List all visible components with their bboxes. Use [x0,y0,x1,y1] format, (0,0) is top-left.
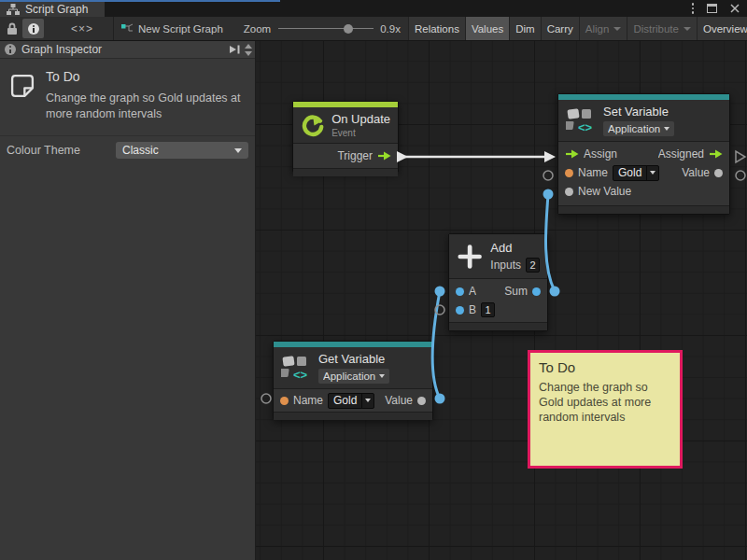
wire-getvariable-value-to-add-a[interactable] [432,291,440,399]
chevron-down-icon [664,127,669,131]
overview-button[interactable]: Overview [698,17,747,41]
variable-icon: <> [566,106,596,134]
port-label-trigger: Trigger [337,149,373,162]
number-port[interactable] [532,287,541,296]
flow-arrow-icon[interactable] [709,149,723,159]
port-getvariable-name-in-open[interactable] [261,394,271,403]
info-icon [28,23,39,35]
node-on-update[interactable]: On Update Event Trigger [292,101,399,173]
object-port[interactable] [417,397,426,405]
graph-canvas[interactable]: On Update Event Trigger [256,41,747,560]
object-port[interactable] [714,169,723,177]
sticky-note-todo[interactable]: To Do Change the graph so Gold updates a… [528,350,683,469]
update-loop-icon [301,113,324,137]
chevron-down-icon [234,148,242,153]
b-value-field[interactable]: 1 [481,302,495,317]
variable-name-dropdown[interactable]: Gold [328,393,374,409]
zoom-value: 0.9x [380,23,401,35]
step-up-icon[interactable] [245,44,252,49]
maximize-icon[interactable] [707,4,717,13]
values-button[interactable]: Values [466,17,510,41]
dim-button[interactable]: Dim [510,17,541,41]
todo-summary: To Do Change the graph so Gold updates a… [0,59,255,126]
number-port[interactable] [456,287,464,296]
sticky-note-text: Change the graph so Gold updates at more… [539,380,671,425]
string-port[interactable] [280,397,289,405]
graph-name-label: New Script Graph [138,23,223,35]
code-view-icon[interactable]: <×> [71,22,93,35]
port-setvariable-newvalue-in[interactable] [543,189,554,200]
variable-name-dropdown[interactable]: Gold [613,165,659,181]
todo-description: Change the graph so Gold updates at more… [46,91,247,122]
port-add-a-in[interactable] [435,287,445,297]
align-button[interactable]: Align [580,17,628,41]
node-resize-strip [449,322,547,330]
node-title: Get Variable [318,352,389,366]
step-down-icon[interactable] [245,51,252,56]
zoom-control: Zoom 0.9x [244,23,401,35]
node-resize-strip [293,168,398,176]
port-add-sum-out[interactable] [550,287,560,297]
graph-breadcrumb[interactable]: New Script Graph [120,22,223,35]
variable-scope-dropdown[interactable]: Application [603,121,674,136]
zoom-slider[interactable] [278,23,374,35]
port-setvariable-value-out-open[interactable] [736,171,745,180]
node-resize-strip [274,412,432,420]
port-label-value: Value [385,394,413,407]
align-label: Align [585,23,610,35]
node-add[interactable]: Add Inputs 2 A Sum [448,233,548,331]
close-icon[interactable] [730,4,740,13]
inputs-count-field[interactable]: 2 [526,258,540,273]
tab-bar: Script Graph [0,0,747,17]
graph-toolbar: <×> New Script Graph Zoom 0.9x Relations… [0,17,747,41]
port-label-name: Name [578,166,608,179]
node-get-variable[interactable]: <> Get Variable Application Name [273,341,433,420]
colour-theme-select[interactable]: Classic [116,142,248,159]
lock-icon[interactable] [7,22,18,35]
flow-arrow-icon[interactable] [377,151,391,161]
port-label-new-value: New Value [578,185,631,198]
node-set-variable[interactable]: <> Set Variable Application [557,93,730,215]
zoom-slider-handle[interactable] [344,24,353,34]
port-setvariable-assigned-out-open[interactable] [736,151,745,162]
node-resize-strip [558,205,729,214]
toolbar-divider [113,17,114,41]
port-label-assigned: Assigned [658,147,704,161]
port-setvariable-name-in-open[interactable] [543,171,553,180]
inspector-title: Graph Inspector [21,43,102,56]
zoom-label: Zoom [244,23,271,35]
variable-icon: <> [281,354,311,382]
port-label-assign: Assign [584,147,617,161]
svg-text:<>: <> [293,368,308,382]
panel-stepper [245,44,252,56]
tab-title: Script Graph [25,3,88,16]
string-port[interactable] [565,169,573,177]
tab-script-graph[interactable]: Script Graph [0,2,105,17]
script-graph-icon [7,4,20,15]
distribute-button[interactable]: Distribute [627,17,698,41]
todo-title: To Do [46,69,247,84]
flow-arrow-icon[interactable] [565,149,579,159]
node-subtitle: Event [331,128,390,138]
collapse-panel-icon[interactable] [229,44,241,55]
menu-kebab-icon[interactable] [692,3,695,14]
chevron-down-icon [684,27,691,31]
number-port[interactable] [456,306,464,315]
port-getvariable-value-out[interactable] [435,394,445,404]
script-graph-window: Script Graph <×> New Script [0,0,747,560]
chevron-down-icon [379,374,385,378]
info-icon [5,44,16,55]
variable-scope-dropdown[interactable]: Application [318,369,389,384]
port-label-name: Name [293,394,323,407]
colour-theme-value: Classic [122,144,234,157]
port-label-sum: Sum [504,285,528,298]
object-port[interactable] [565,188,573,196]
inspector-toggle-button[interactable] [22,19,44,38]
port-label-a: A [469,285,476,298]
chevron-down-icon [650,171,655,175]
port-add-b-in-open[interactable] [435,305,444,315]
relations-button[interactable]: Relations [409,17,466,41]
colour-theme-label: Colour Theme [7,144,116,157]
inputs-label: Inputs [490,259,521,272]
carry-button[interactable]: Carry [542,17,580,41]
